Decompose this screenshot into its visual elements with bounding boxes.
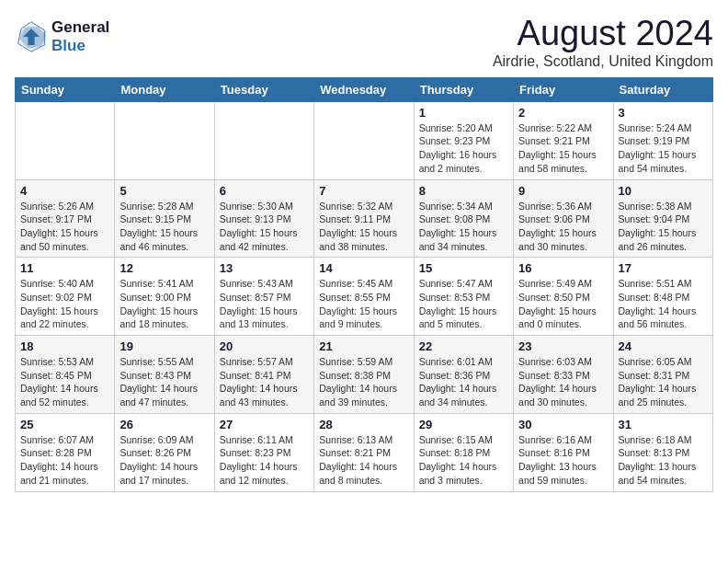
- calendar-table: SundayMondayTuesdayWednesdayThursdayFrid…: [15, 77, 713, 492]
- day-info: Sunrise: 5:38 AMSunset: 9:04 PMDaylight:…: [619, 200, 708, 254]
- calendar-day-cell: 18Sunrise: 5:53 AMSunset: 8:45 PMDayligh…: [16, 336, 115, 414]
- calendar-day-cell: 10Sunrise: 5:38 AMSunset: 9:04 PMDayligh…: [613, 179, 712, 258]
- calendar-week-row: 4Sunrise: 5:26 AMSunset: 9:17 PMDaylight…: [16, 179, 713, 258]
- calendar-day-cell: 26Sunrise: 6:09 AMSunset: 8:26 PMDayligh…: [115, 413, 214, 491]
- day-info: Sunrise: 5:30 AMSunset: 9:13 PMDaylight:…: [220, 200, 309, 254]
- day-number: 11: [20, 261, 109, 275]
- calendar-week-row: 18Sunrise: 5:53 AMSunset: 8:45 PMDayligh…: [16, 336, 713, 414]
- title-block: August 2024 Airdrie, Scotland, United Ki…: [493, 15, 713, 70]
- calendar-empty-cell: [314, 101, 414, 179]
- calendar-day-cell: 23Sunrise: 6:03 AMSunset: 8:33 PMDayligh…: [514, 336, 613, 414]
- day-info: Sunrise: 5:59 AMSunset: 8:38 PMDaylight:…: [319, 355, 408, 409]
- calendar-day-cell: 31Sunrise: 6:18 AMSunset: 8:13 PMDayligh…: [613, 413, 712, 491]
- calendar-day-cell: 27Sunrise: 6:11 AMSunset: 8:23 PMDayligh…: [214, 413, 313, 491]
- calendar-day-cell: 12Sunrise: 5:41 AMSunset: 9:00 PMDayligh…: [115, 258, 214, 336]
- calendar-day-cell: 14Sunrise: 5:45 AMSunset: 8:55 PMDayligh…: [314, 258, 414, 336]
- day-info: Sunrise: 6:09 AMSunset: 8:26 PMDaylight:…: [119, 433, 209, 488]
- calendar-day-cell: 2Sunrise: 5:22 AMSunset: 9:21 PMDaylight…: [514, 101, 613, 179]
- day-number: 2: [518, 106, 608, 120]
- day-info: Sunrise: 6:11 AMSunset: 8:23 PMDaylight:…: [220, 433, 309, 488]
- day-info: Sunrise: 5:34 AMSunset: 9:08 PMDaylight:…: [419, 200, 508, 254]
- calendar-day-cell: 28Sunrise: 6:13 AMSunset: 8:21 PMDayligh…: [314, 413, 414, 491]
- day-info: Sunrise: 6:16 AMSunset: 8:16 PMDaylight:…: [518, 433, 608, 488]
- day-number: 30: [518, 418, 608, 431]
- calendar-day-cell: 21Sunrise: 5:59 AMSunset: 8:38 PMDayligh…: [314, 336, 414, 414]
- day-number: 16: [518, 261, 608, 275]
- day-number: 9: [518, 184, 608, 198]
- day-number: 8: [419, 184, 508, 198]
- page-header: General Blue August 2024 Airdrie, Scotla…: [15, 15, 713, 70]
- day-number: 26: [119, 418, 209, 431]
- day-info: Sunrise: 6:05 AMSunset: 8:31 PMDaylight:…: [619, 355, 708, 409]
- day-header-tuesday: Tuesday: [214, 77, 313, 101]
- day-info: Sunrise: 5:32 AMSunset: 9:11 PMDaylight:…: [319, 200, 408, 254]
- calendar-day-cell: 24Sunrise: 6:05 AMSunset: 8:31 PMDayligh…: [613, 336, 712, 414]
- calendar-day-cell: 20Sunrise: 5:57 AMSunset: 8:41 PMDayligh…: [214, 336, 313, 414]
- calendar-empty-cell: [214, 101, 313, 179]
- day-info: Sunrise: 5:51 AMSunset: 8:48 PMDaylight:…: [619, 277, 708, 331]
- day-number: 24: [619, 339, 708, 353]
- calendar-week-row: 1Sunrise: 5:20 AMSunset: 9:23 PMDaylight…: [16, 101, 713, 179]
- day-info: Sunrise: 5:36 AMSunset: 9:06 PMDaylight:…: [518, 200, 608, 254]
- day-number: 1: [419, 106, 508, 120]
- day-info: Sunrise: 6:03 AMSunset: 8:33 PMDaylight:…: [518, 355, 608, 409]
- logo: General Blue: [15, 18, 109, 56]
- calendar-week-row: 11Sunrise: 5:40 AMSunset: 9:02 PMDayligh…: [16, 258, 713, 336]
- day-info: Sunrise: 5:57 AMSunset: 8:41 PMDaylight:…: [220, 355, 309, 409]
- calendar-day-cell: 25Sunrise: 6:07 AMSunset: 8:28 PMDayligh…: [16, 413, 115, 491]
- calendar-header-row: SundayMondayTuesdayWednesdayThursdayFrid…: [16, 77, 713, 101]
- calendar-day-cell: 5Sunrise: 5:28 AMSunset: 9:15 PMDaylight…: [115, 179, 214, 258]
- day-number: 21: [319, 339, 408, 353]
- day-info: Sunrise: 5:41 AMSunset: 9:00 PMDaylight:…: [119, 277, 209, 331]
- day-header-thursday: Thursday: [414, 77, 513, 101]
- day-info: Sunrise: 5:26 AMSunset: 9:17 PMDaylight:…: [20, 200, 109, 254]
- page-subtitle: Airdrie, Scotland, United Kingdom: [493, 53, 713, 70]
- day-header-friday: Friday: [514, 77, 613, 101]
- calendar-day-cell: 4Sunrise: 5:26 AMSunset: 9:17 PMDaylight…: [16, 179, 115, 258]
- calendar-day-cell: 7Sunrise: 5:32 AMSunset: 9:11 PMDaylight…: [314, 179, 414, 258]
- day-number: 7: [319, 184, 408, 198]
- day-number: 19: [119, 339, 209, 353]
- day-number: 18: [20, 339, 109, 353]
- day-number: 6: [220, 184, 309, 198]
- calendar-day-cell: 15Sunrise: 5:47 AMSunset: 8:53 PMDayligh…: [414, 258, 513, 336]
- calendar-empty-cell: [115, 101, 214, 179]
- page-title: August 2024: [493, 15, 713, 53]
- day-header-wednesday: Wednesday: [314, 77, 414, 101]
- day-number: 25: [20, 418, 109, 431]
- calendar-empty-cell: [16, 101, 115, 179]
- calendar-day-cell: 29Sunrise: 6:15 AMSunset: 8:18 PMDayligh…: [414, 413, 513, 491]
- day-number: 10: [619, 184, 708, 198]
- day-number: 3: [619, 106, 708, 120]
- calendar-day-cell: 9Sunrise: 5:36 AMSunset: 9:06 PMDaylight…: [514, 179, 613, 258]
- day-number: 29: [419, 418, 508, 431]
- day-info: Sunrise: 6:13 AMSunset: 8:21 PMDaylight:…: [319, 433, 408, 488]
- day-info: Sunrise: 6:15 AMSunset: 8:18 PMDaylight:…: [419, 433, 508, 488]
- calendar-day-cell: 19Sunrise: 5:55 AMSunset: 8:43 PMDayligh…: [115, 336, 214, 414]
- day-header-sunday: Sunday: [16, 77, 115, 101]
- day-info: Sunrise: 5:20 AMSunset: 9:23 PMDaylight:…: [419, 121, 508, 176]
- day-info: Sunrise: 5:45 AMSunset: 8:55 PMDaylight:…: [319, 277, 408, 331]
- day-number: 28: [319, 418, 408, 431]
- calendar-day-cell: 17Sunrise: 5:51 AMSunset: 8:48 PMDayligh…: [613, 258, 712, 336]
- day-number: 12: [119, 261, 209, 275]
- calendar-day-cell: 6Sunrise: 5:30 AMSunset: 9:13 PMDaylight…: [214, 179, 313, 258]
- calendar-day-cell: 11Sunrise: 5:40 AMSunset: 9:02 PMDayligh…: [16, 258, 115, 336]
- day-info: Sunrise: 5:24 AMSunset: 9:19 PMDaylight:…: [619, 121, 708, 176]
- calendar-day-cell: 16Sunrise: 5:49 AMSunset: 8:50 PMDayligh…: [514, 258, 613, 336]
- calendar-day-cell: 1Sunrise: 5:20 AMSunset: 9:23 PMDaylight…: [414, 101, 513, 179]
- day-number: 27: [220, 418, 309, 431]
- calendar-day-cell: 3Sunrise: 5:24 AMSunset: 9:19 PMDaylight…: [613, 101, 712, 179]
- calendar-day-cell: 30Sunrise: 6:16 AMSunset: 8:16 PMDayligh…: [514, 413, 613, 491]
- day-number: 5: [119, 184, 209, 198]
- day-info: Sunrise: 5:22 AMSunset: 9:21 PMDaylight:…: [518, 121, 608, 176]
- logo-icon: [15, 20, 48, 53]
- day-number: 4: [20, 184, 109, 198]
- day-number: 31: [619, 418, 708, 431]
- day-number: 23: [518, 339, 608, 353]
- calendar-day-cell: 13Sunrise: 5:43 AMSunset: 8:57 PMDayligh…: [214, 258, 313, 336]
- day-number: 14: [319, 261, 408, 275]
- day-header-saturday: Saturday: [613, 77, 712, 101]
- day-info: Sunrise: 5:43 AMSunset: 8:57 PMDaylight:…: [220, 277, 309, 331]
- day-info: Sunrise: 6:07 AMSunset: 8:28 PMDaylight:…: [20, 433, 109, 488]
